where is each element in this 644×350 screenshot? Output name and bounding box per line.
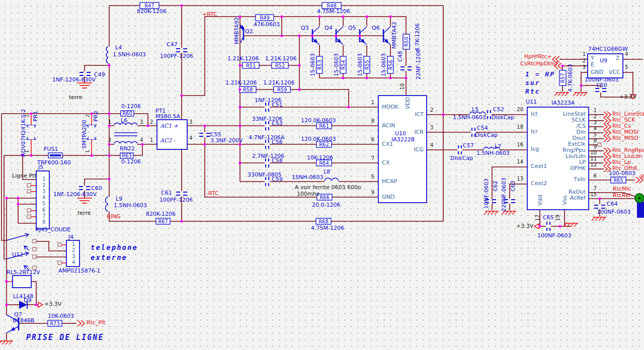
label-icr[interactable]: Icr <box>531 128 538 135</box>
label-ia3222b[interactable]: IA3222B <box>391 136 415 143</box>
resistor-R60[interactable]: R60 <box>121 111 134 116</box>
edge-connector[interactable] <box>635 194 644 218</box>
label-icg[interactable]: Icg <box>531 146 539 152</box>
label-3[interactable]: 3 <box>583 64 586 70</box>
label-c64[interactable]: C64 <box>607 201 618 207</box>
label-2[interactable]: 2 <box>42 183 45 188</box>
label-13[interactable]: 13 <box>517 176 523 182</box>
label-14[interactable]: 14 <box>517 159 523 164</box>
label-u11[interactable]: U11 <box>526 99 537 105</box>
label-3[interactable]: 3 <box>72 253 75 259</box>
label-20-0-1206[interactable]: 20.0-1206 <box>312 202 340 208</box>
label-2[interactable]: 2 <box>108 137 111 143</box>
label-hphfrtc[interactable]: HpHfRtc+ <box>524 53 552 60</box>
label-1[interactable]: 1 <box>25 150 30 153</box>
label-10k-1206[interactable]: 10K-1206 <box>307 154 333 161</box>
label-3-3nf-200v[interactable]: 3.3NF-200V <box>210 137 243 144</box>
label-rtc[interactable]: +RTC <box>202 11 217 18</box>
label-9[interactable]: 9 <box>594 144 597 149</box>
label-2[interactable]: 2 <box>430 107 433 113</box>
label-q4[interactable]: Q4 <box>325 25 333 31</box>
resistor-R73[interactable]: R73 <box>48 320 62 326</box>
switch-blade[interactable] <box>7 233 29 240</box>
label-1[interactable]: 1 <box>85 150 90 153</box>
label-cext1[interactable]: Cext1 <box>531 163 547 169</box>
label-ict[interactable]: ICT <box>415 111 424 118</box>
label-pr1[interactable]: PR1 <box>32 111 39 121</box>
label-100pf-1206[interactable]: 100PF-1206 <box>160 53 193 59</box>
label-220nf-0603[interactable]: 220NF-0603 <box>501 178 507 212</box>
component-box-RL5-relay[interactable] <box>13 276 31 288</box>
label-c54[interactable]: C54 <box>477 125 488 131</box>
label-100pf-1206[interactable]: 100PF-1206 <box>159 197 193 203</box>
label-ict[interactable]: Ict <box>531 111 538 117</box>
label-msb0-5a[interactable]: MSB0.5A <box>155 113 181 120</box>
resistor-R63[interactable]: R63 <box>120 153 133 158</box>
label-2[interactable]: 2 <box>72 247 75 253</box>
label-18[interactable]: 18 <box>517 124 523 130</box>
label-9[interactable]: 9 <box>371 190 374 195</box>
label-10k-0603[interactable]: 10K-0603 <box>48 313 74 319</box>
label-20[interactable]: 20 <box>517 107 523 112</box>
label-1[interactable]: 1 <box>594 108 597 113</box>
label-1[interactable]: 1 <box>42 176 45 182</box>
label-rtc-miso[interactable]: Rtc_MISO <box>612 135 638 141</box>
label-15-0603[interactable]: 15-0603 <box>309 53 316 76</box>
label-1-21k-1206[interactable]: 1.21K-1206 <box>265 55 297 62</box>
label-3[interactable]: 3 <box>42 189 45 194</box>
label-c61[interactable]: C61 <box>161 190 172 196</box>
label-3-3v[interactable]: +3.3V <box>44 301 62 307</box>
label-ia3223a[interactable]: IA3223A <box>551 100 575 106</box>
label-5[interactable]: 5 <box>371 174 374 180</box>
label-3-3v[interactable]: +3.3V <box>619 94 637 100</box>
label-15-0603[interactable]: 15-0603 <box>333 53 340 76</box>
label-4[interactable]: 4 <box>42 195 45 200</box>
label-a-voir-ferrite-0603-600o[interactable]: A voir ferrite 0603 600o <box>295 184 361 191</box>
label-bc846b[interactable]: BC846B <box>13 317 35 324</box>
resistor-R68[interactable]: R68 <box>316 218 331 224</box>
label-120-0k-0603[interactable]: 120.0K-0603 <box>301 117 336 124</box>
label-15-0603[interactable]: 15-0603 <box>357 53 363 76</box>
label-q2[interactable]: Q2 <box>245 28 253 35</box>
label-c56[interactable]: C56 <box>272 139 283 145</box>
label-4-75m-1206[interactable]: 4.75M-1206 <box>311 225 344 231</box>
label-rn22[interactable]: RN22 <box>120 145 135 152</box>
label-1[interactable]: 1 <box>108 119 111 125</box>
label-100-0603[interactable]: 100-0603 <box>609 170 635 177</box>
label-pr2[interactable]: PR2 <box>93 111 99 121</box>
label-3[interactable]: 3 <box>430 125 433 130</box>
label-4[interactable]: 4 <box>140 137 143 143</box>
label-3[interactable]: 3 <box>594 120 597 125</box>
label-rtc[interactable]: Rtc <box>525 88 540 95</box>
label-rl5-2rt12v[interactable]: RL5-2RT12V <box>7 269 40 276</box>
label-c58[interactable]: C58 <box>272 157 283 164</box>
label-4[interactable]: 4 <box>625 51 628 57</box>
label-c50[interactable]: C50 <box>596 82 607 89</box>
label-0-1206[interactable]: 0-1206 <box>121 103 141 110</box>
label-q3[interactable]: Q3 <box>301 25 309 31</box>
resistor-R59[interactable]: R59 <box>274 86 290 93</box>
label-8[interactable]: 8 <box>594 138 597 143</box>
label-6[interactable]: 6 <box>42 207 45 213</box>
label-3-3v[interactable]: +3.3V <box>516 223 534 229</box>
label-rtcref[interactable]: RtcRef <box>613 192 631 199</box>
label-mmbta42[interactable]: MMBTA42 <box>391 22 397 49</box>
label-terre[interactable]: terre <box>77 210 91 216</box>
label-ac2[interactable]: AC2 - <box>159 137 176 144</box>
label-smtpa200[interactable]: SMTPA200 <box>81 120 88 149</box>
label-acin[interactable]: ACIN <box>382 122 395 129</box>
label-15nh-0603[interactable]: 15NH-0603 <box>292 174 323 181</box>
label-7[interactable]: 7 <box>371 155 374 161</box>
label-2[interactable]: 2 <box>85 114 90 117</box>
label-1-5nh-0603[interactable]: 1.5NH-0603 <box>476 150 510 156</box>
label-11[interactable]: 11 <box>590 156 597 161</box>
label-cx[interactable]: CX <box>382 159 390 166</box>
label-4[interactable]: 4 <box>189 135 192 141</box>
label-4-75m-1206[interactable]: 4.75M-1206 <box>317 8 350 15</box>
resistor-R49[interactable]: R49 <box>256 15 274 21</box>
label-16[interactable]: 16 <box>517 142 523 147</box>
label-4-7k-0603[interactable]: 4.7K-0603 <box>567 64 574 92</box>
label-c53[interactable]: C53 <box>272 120 283 127</box>
label-u12[interactable]: U12 <box>12 251 23 258</box>
label-1-hp[interactable]: 1 = HP <box>525 70 555 78</box>
